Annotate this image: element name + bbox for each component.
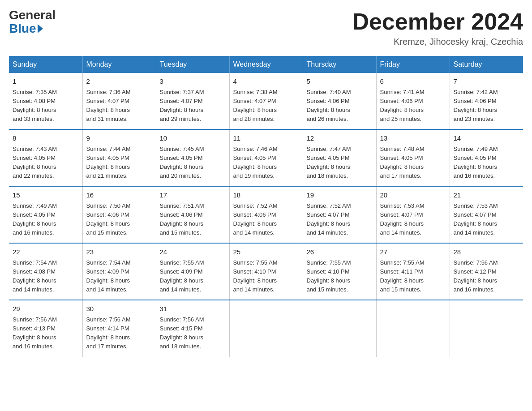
- calendar-cell: 8Sunrise: 7:43 AMSunset: 4:05 PMDaylight…: [9, 129, 82, 186]
- calendar-cell: [303, 300, 376, 356]
- column-header-monday: Monday: [82, 56, 156, 73]
- calendar-cell: 29Sunrise: 7:56 AMSunset: 4:13 PMDayligh…: [9, 300, 82, 356]
- day-info: Sunrise: 7:52 AMSunset: 4:06 PMDaylight:…: [233, 201, 299, 238]
- day-info: Sunrise: 7:43 AMSunset: 4:05 PMDaylight:…: [13, 145, 79, 181]
- calendar-week-row: 15Sunrise: 7:49 AMSunset: 4:05 PMDayligh…: [9, 186, 523, 243]
- day-number: 17: [160, 190, 226, 201]
- calendar-cell: 4Sunrise: 7:38 AMSunset: 4:07 PMDaylight…: [229, 73, 303, 129]
- calendar-cell: [229, 300, 303, 356]
- day-info: Sunrise: 7:54 AMSunset: 4:09 PMDaylight:…: [86, 258, 152, 295]
- day-number: 22: [13, 247, 79, 257]
- day-info: Sunrise: 7:53 AMSunset: 4:07 PMDaylight:…: [380, 201, 446, 238]
- calendar-cell: 3Sunrise: 7:37 AMSunset: 4:07 PMDaylight…: [156, 73, 229, 129]
- page-header: General Blue December 2024 Kremze, Jihoc…: [9, 9, 523, 47]
- day-info: Sunrise: 7:56 AMSunset: 4:13 PMDaylight:…: [13, 315, 79, 351]
- calendar-cell: [376, 300, 450, 356]
- day-number: 15: [13, 190, 79, 201]
- logo-triangle-icon: [38, 24, 43, 33]
- calendar-cell: 23Sunrise: 7:54 AMSunset: 4:09 PMDayligh…: [82, 243, 156, 300]
- calendar-cell: 30Sunrise: 7:56 AMSunset: 4:14 PMDayligh…: [82, 300, 156, 356]
- day-number: 28: [454, 247, 520, 257]
- calendar-cell: 1Sunrise: 7:35 AMSunset: 4:08 PMDaylight…: [9, 73, 82, 129]
- day-number: 8: [13, 133, 79, 144]
- day-number: 16: [86, 190, 152, 201]
- logo-blue-text: Blue: [9, 21, 43, 36]
- day-info: Sunrise: 7:51 AMSunset: 4:06 PMDaylight:…: [160, 201, 226, 238]
- calendar-cell: 24Sunrise: 7:55 AMSunset: 4:09 PMDayligh…: [156, 243, 229, 300]
- calendar-cell: 22Sunrise: 7:54 AMSunset: 4:08 PMDayligh…: [9, 243, 82, 300]
- calendar-cell: 15Sunrise: 7:49 AMSunset: 4:05 PMDayligh…: [9, 186, 82, 243]
- calendar-cell: 12Sunrise: 7:47 AMSunset: 4:05 PMDayligh…: [303, 129, 376, 186]
- calendar-cell: 2Sunrise: 7:36 AMSunset: 4:07 PMDaylight…: [82, 73, 156, 129]
- day-info: Sunrise: 7:56 AMSunset: 4:12 PMDaylight:…: [454, 258, 520, 295]
- day-info: Sunrise: 7:42 AMSunset: 4:06 PMDaylight:…: [454, 88, 520, 124]
- title-block: December 2024 Kremze, Jihocesky kraj, Cz…: [352, 9, 523, 47]
- day-info: Sunrise: 7:55 AMSunset: 4:10 PMDaylight:…: [307, 258, 373, 295]
- day-number: 11: [233, 133, 299, 144]
- calendar-cell: 13Sunrise: 7:48 AMSunset: 4:05 PMDayligh…: [376, 129, 450, 186]
- calendar-cell: 26Sunrise: 7:55 AMSunset: 4:10 PMDayligh…: [303, 243, 376, 300]
- day-info: Sunrise: 7:56 AMSunset: 4:14 PMDaylight:…: [86, 315, 152, 351]
- day-info: Sunrise: 7:45 AMSunset: 4:05 PMDaylight:…: [160, 145, 226, 181]
- month-title: December 2024: [352, 9, 523, 34]
- location-text: Kremze, Jihocesky kraj, Czechia: [352, 37, 523, 47]
- column-header-tuesday: Tuesday: [156, 56, 229, 73]
- day-info: Sunrise: 7:36 AMSunset: 4:07 PMDaylight:…: [86, 88, 152, 124]
- calendar-cell: 27Sunrise: 7:55 AMSunset: 4:11 PMDayligh…: [376, 243, 450, 300]
- day-info: Sunrise: 7:50 AMSunset: 4:06 PMDaylight:…: [86, 201, 152, 238]
- logo: General Blue: [9, 9, 56, 36]
- day-number: 21: [454, 190, 520, 201]
- day-number: 31: [160, 304, 226, 314]
- day-info: Sunrise: 7:56 AMSunset: 4:15 PMDaylight:…: [160, 315, 226, 351]
- day-info: Sunrise: 7:46 AMSunset: 4:05 PMDaylight:…: [233, 145, 299, 181]
- day-number: 12: [307, 133, 373, 144]
- day-info: Sunrise: 7:54 AMSunset: 4:08 PMDaylight:…: [13, 258, 79, 295]
- day-number: 30: [86, 304, 152, 314]
- calendar-week-row: 1Sunrise: 7:35 AMSunset: 4:08 PMDaylight…: [9, 73, 523, 129]
- column-header-sunday: Sunday: [9, 56, 82, 73]
- day-number: 1: [13, 77, 79, 87]
- day-info: Sunrise: 7:55 AMSunset: 4:09 PMDaylight:…: [160, 258, 226, 295]
- calendar-cell: 14Sunrise: 7:49 AMSunset: 4:05 PMDayligh…: [450, 129, 523, 186]
- day-number: 5: [307, 77, 373, 87]
- day-info: Sunrise: 7:37 AMSunset: 4:07 PMDaylight:…: [160, 88, 226, 124]
- calendar-header-row: SundayMondayTuesdayWednesdayThursdayFrid…: [9, 56, 523, 73]
- day-info: Sunrise: 7:49 AMSunset: 4:05 PMDaylight:…: [454, 145, 520, 181]
- calendar-cell: 6Sunrise: 7:41 AMSunset: 4:06 PMDaylight…: [376, 73, 450, 129]
- day-number: 25: [233, 247, 299, 257]
- day-number: 7: [454, 77, 520, 87]
- calendar-week-row: 22Sunrise: 7:54 AMSunset: 4:08 PMDayligh…: [9, 243, 523, 300]
- calendar-cell: 7Sunrise: 7:42 AMSunset: 4:06 PMDaylight…: [450, 73, 523, 129]
- day-info: Sunrise: 7:53 AMSunset: 4:07 PMDaylight:…: [454, 201, 520, 238]
- calendar-cell: 5Sunrise: 7:40 AMSunset: 4:06 PMDaylight…: [303, 73, 376, 129]
- day-number: 27: [380, 247, 446, 257]
- calendar-week-row: 8Sunrise: 7:43 AMSunset: 4:05 PMDaylight…: [9, 129, 523, 186]
- day-info: Sunrise: 7:41 AMSunset: 4:06 PMDaylight:…: [380, 88, 446, 124]
- calendar-cell: 16Sunrise: 7:50 AMSunset: 4:06 PMDayligh…: [82, 186, 156, 243]
- day-info: Sunrise: 7:44 AMSunset: 4:05 PMDaylight:…: [86, 145, 152, 181]
- day-info: Sunrise: 7:38 AMSunset: 4:07 PMDaylight:…: [233, 88, 299, 124]
- calendar-cell: 17Sunrise: 7:51 AMSunset: 4:06 PMDayligh…: [156, 186, 229, 243]
- day-number: 4: [233, 77, 299, 87]
- day-info: Sunrise: 7:49 AMSunset: 4:05 PMDaylight:…: [13, 201, 79, 238]
- day-number: 18: [233, 190, 299, 201]
- day-number: 6: [380, 77, 446, 87]
- calendar-cell: 10Sunrise: 7:45 AMSunset: 4:05 PMDayligh…: [156, 129, 229, 186]
- day-number: 29: [13, 304, 79, 314]
- day-info: Sunrise: 7:48 AMSunset: 4:05 PMDaylight:…: [380, 145, 446, 181]
- day-number: 23: [86, 247, 152, 257]
- day-info: Sunrise: 7:47 AMSunset: 4:05 PMDaylight:…: [307, 145, 373, 181]
- day-info: Sunrise: 7:40 AMSunset: 4:06 PMDaylight:…: [307, 88, 373, 124]
- calendar-cell: 11Sunrise: 7:46 AMSunset: 4:05 PMDayligh…: [229, 129, 303, 186]
- calendar-week-row: 29Sunrise: 7:56 AMSunset: 4:13 PMDayligh…: [9, 300, 523, 356]
- calendar-cell: 18Sunrise: 7:52 AMSunset: 4:06 PMDayligh…: [229, 186, 303, 243]
- day-number: 10: [160, 133, 226, 144]
- day-info: Sunrise: 7:35 AMSunset: 4:08 PMDaylight:…: [13, 88, 79, 124]
- logo-general-text: General: [9, 9, 56, 21]
- day-number: 14: [454, 133, 520, 144]
- day-number: 2: [86, 77, 152, 87]
- day-info: Sunrise: 7:55 AMSunset: 4:11 PMDaylight:…: [380, 258, 446, 295]
- calendar-cell: 28Sunrise: 7:56 AMSunset: 4:12 PMDayligh…: [450, 243, 523, 300]
- day-number: 26: [307, 247, 373, 257]
- day-number: 3: [160, 77, 226, 87]
